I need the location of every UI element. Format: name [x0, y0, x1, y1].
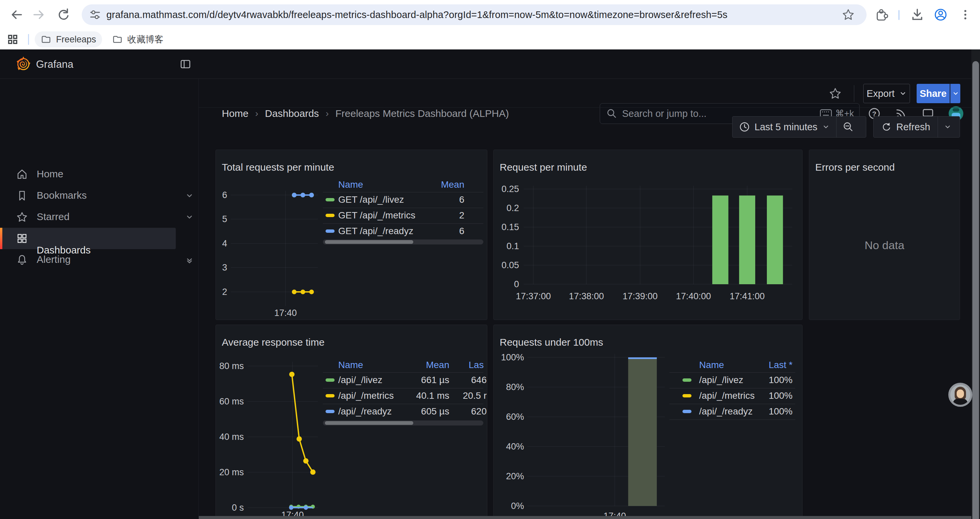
horizontal-scrollbar[interactable] [199, 516, 971, 519]
refresh-interval-dropdown[interactable] [938, 123, 957, 131]
legend-row-value: 2 [323, 210, 464, 221]
download-icon[interactable] [910, 7, 924, 22]
svg-text:17:37:00: 17:37:00 [516, 291, 551, 301]
svg-text:0.05: 0.05 [501, 260, 519, 270]
legend-separator [670, 388, 795, 388]
sidebar-item-label: Home [37, 168, 64, 180]
scrollbar-thumb[interactable] [972, 61, 979, 519]
url-bar[interactable]: grafana.mathmast.com/d/deytv4rwavabkb/fr… [82, 4, 867, 25]
profile-icon[interactable] [933, 7, 948, 22]
home-icon [16, 168, 28, 180]
bookmark-star-icon[interactable] [842, 8, 855, 21]
back-icon[interactable] [9, 7, 23, 22]
legend-row-value: 20.5 r [323, 390, 487, 401]
forward-icon[interactable] [32, 7, 47, 22]
bookmark-icon [16, 190, 28, 202]
favorite-star-icon[interactable] [829, 87, 842, 100]
brand-name[interactable]: Grafana [36, 58, 73, 70]
legend-row-value: 6 [323, 226, 464, 236]
zoom-out-button[interactable] [837, 121, 860, 133]
chevron-down-icon[interactable] [185, 213, 194, 221]
svg-text:0.1: 0.1 [506, 241, 519, 251]
legend-scrollbar-thumb[interactable] [325, 240, 413, 244]
sidebar-item-dashboards[interactable]: Dashboards [0, 228, 199, 249]
svg-text:0.25: 0.25 [501, 184, 519, 194]
url-text[interactable]: grafana.mathmast.com/d/deytv4rwavabkb/fr… [107, 10, 727, 21]
bookmark-folder-blogs[interactable]: 收藏博客 [106, 31, 169, 48]
bookmark-label: 收藏博客 [127, 34, 164, 45]
breadcrumb-dashboards[interactable]: Dashboards [265, 108, 319, 119]
bookmarks-divider [28, 34, 29, 45]
legend-scrollbar-thumb[interactable] [325, 421, 413, 425]
legend-header-mean[interactable]: Mean [323, 179, 464, 190]
legend-separator [323, 224, 483, 224]
menu-icon[interactable] [958, 7, 973, 22]
breadcrumb-current: Freeleaps Metrics Dashboard (ALPHA) [335, 108, 509, 119]
time-range-picker[interactable]: Last 5 minutes [732, 121, 836, 133]
browser-toolbar: grafana.mathmast.com/d/deytv4rwavabkb/fr… [0, 0, 980, 29]
panel-requests-under-100ms: Requests under 100ms 100%80%60%40%20%0%1… [493, 325, 803, 519]
legend-row-value: 6 [323, 194, 464, 205]
legend-separator [670, 404, 795, 404]
legend-row-value: 646 [323, 375, 487, 385]
no-data-message: No data [809, 239, 960, 252]
refresh-icon [881, 121, 892, 132]
legend-table: NameLast */api/_/livez100%/api/_/metrics… [494, 325, 803, 519]
chart-request-per-minute: 0.250.20.150.10.05017:37:0017:38:0017:39… [494, 150, 803, 320]
panel-average-response-time: Average response time 80 ms60 ms40 ms20 … [215, 325, 487, 519]
legend-table: NameMeanLas/api/_/livez661 µs646/api/_/m… [216, 325, 487, 519]
time-range-group: Last 5 minutes [732, 116, 866, 137]
svg-text:17:41:00: 17:41:00 [730, 291, 765, 301]
toolbar-divider [898, 10, 900, 20]
site-settings-icon[interactable] [89, 9, 101, 21]
extensions-icon[interactable] [874, 7, 889, 22]
screen: grafana.mathmast.com/d/deytv4rwavabkb/fr… [0, 0, 980, 519]
legend-separator [323, 404, 483, 404]
legend-separator [670, 420, 795, 420]
panel-errors-per-second: Errors per second No data [809, 150, 960, 320]
legend-row-value: 620 [323, 406, 487, 417]
star-icon [16, 211, 28, 223]
dashboard-actions-row [199, 79, 980, 107]
bookmark-folder-freeleaps[interactable]: Freeleaps [35, 31, 102, 48]
legend-separator [323, 192, 483, 192]
svg-text:0.15: 0.15 [501, 222, 519, 232]
sidebar-item-label: Starred [37, 211, 69, 222]
share-dropdown-button[interactable] [950, 84, 960, 103]
chevron-down-icon[interactable] [185, 256, 194, 264]
sidebar-item-alerting[interactable]: Alerting [0, 249, 199, 270]
search-icon [606, 108, 617, 119]
sidebar-item-bookmarks[interactable]: Bookmarks [0, 185, 199, 206]
legend-row-value: 100% [670, 375, 792, 385]
legend-row-value: 100% [670, 390, 792, 401]
sidebar-item-starred[interactable]: Starred [0, 206, 199, 228]
legend-separator [323, 388, 483, 388]
reload-icon[interactable] [56, 7, 71, 22]
legend-separator [670, 372, 795, 373]
bookmarks-bar: Freeleaps 收藏博客 [0, 29, 980, 50]
share-button[interactable]: Share [916, 84, 950, 103]
apps-grid-icon[interactable] [7, 34, 19, 45]
breadcrumb-separator: › [255, 108, 258, 119]
bookmark-label: Freeleaps [56, 34, 96, 45]
assistant-avatar-widget[interactable] [948, 383, 972, 407]
chevron-down-icon [822, 123, 830, 131]
grafana-topnav: Grafana Home › Dashboards › Freeleaps Me… [0, 50, 980, 79]
refresh-button[interactable]: Refresh [873, 121, 938, 133]
active-indicator [0, 228, 2, 249]
grafana-logo[interactable] [15, 56, 31, 72]
export-button[interactable]: Export [863, 84, 910, 103]
sidebar-toggle-icon[interactable] [180, 58, 191, 70]
panel-title[interactable]: Errors per second [815, 162, 895, 173]
legend-header-last-[interactable]: Last * [670, 360, 792, 370]
breadcrumb-home[interactable]: Home [222, 108, 248, 119]
dashboards-grid-icon [16, 232, 215, 244]
legend-header-las[interactable]: Las [469, 360, 484, 370]
svg-text:17:40:00: 17:40:00 [676, 291, 711, 301]
sidebar-item-label: Bookmarks [37, 190, 87, 201]
chevron-down-icon [944, 123, 951, 131]
breadcrumb-separator: › [326, 108, 329, 119]
sidebar-item-home[interactable]: Home [0, 164, 199, 185]
legend-header-mean[interactable]: Mean [323, 360, 449, 370]
chevron-down-icon[interactable] [185, 192, 194, 200]
